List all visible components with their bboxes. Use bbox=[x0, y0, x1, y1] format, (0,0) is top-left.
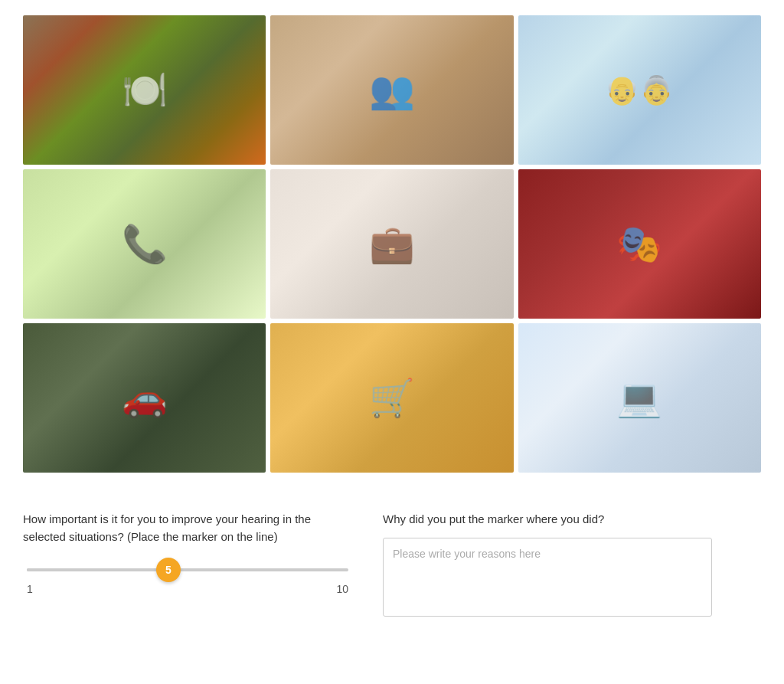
image-grandchild-laptop[interactable] bbox=[518, 323, 761, 473]
textarea-wrapper bbox=[383, 538, 712, 617]
image-woman-phone[interactable] bbox=[23, 169, 266, 319]
image-theater[interactable] bbox=[518, 169, 761, 319]
image-supermarket[interactable] bbox=[270, 323, 513, 473]
image-group-dining[interactable] bbox=[270, 15, 513, 165]
bottom-section: How important is it for you to improve y… bbox=[0, 496, 784, 632]
slider-labels: 1 10 bbox=[27, 583, 348, 595]
reasons-textarea[interactable] bbox=[384, 538, 711, 613]
image-elderly-couple[interactable] bbox=[518, 15, 761, 165]
slider-value: 5 bbox=[165, 564, 172, 576]
reasons-question: Why did you put the marker where you did… bbox=[383, 511, 712, 529]
slider-fill bbox=[27, 568, 168, 571]
image-cafe[interactable] bbox=[23, 15, 266, 165]
slider-track: 5 bbox=[27, 568, 348, 571]
slider-max-label: 10 bbox=[336, 583, 348, 595]
slider-min-label: 1 bbox=[27, 583, 33, 595]
image-business-meeting[interactable] bbox=[270, 169, 513, 319]
slider-thumb[interactable]: 5 bbox=[156, 558, 181, 582]
image-grid bbox=[0, 0, 784, 488]
importance-question: How important is it for you to improve y… bbox=[23, 511, 352, 545]
image-car[interactable] bbox=[23, 323, 266, 473]
right-panel: Why did you put the marker where you did… bbox=[383, 511, 712, 617]
left-panel: How important is it for you to improve y… bbox=[23, 511, 352, 617]
slider-container[interactable]: 5 1 10 bbox=[27, 568, 348, 595]
